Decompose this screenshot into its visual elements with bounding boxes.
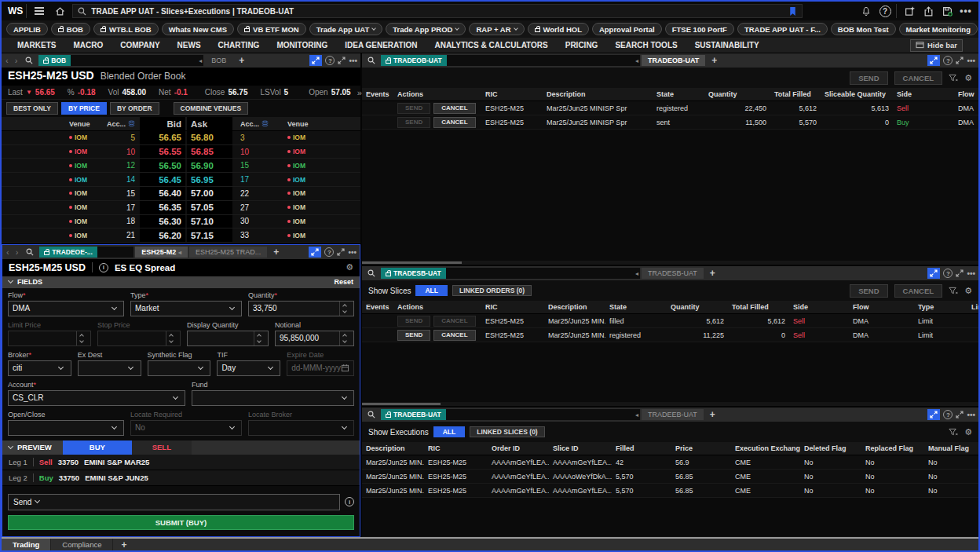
app-tab-approval-portal[interactable]: Approval Portal	[592, 23, 662, 35]
menu-item-idea-generation[interactable]: IDEA GENERATION	[345, 41, 417, 49]
depth-row[interactable]: IOM1556.4057.0022IOM	[2, 187, 360, 201]
panel-help-icon[interactable]: ?	[943, 269, 953, 278]
account-select[interactable]: CS_CLR	[8, 390, 185, 406]
col-total-filled[interactable]: Total Filled	[728, 303, 789, 311]
tab-esh25-m2[interactable]: ESH25-M2 ◂	[135, 247, 188, 258]
gear-icon[interactable]: ⚙	[964, 286, 972, 296]
col-actions[interactable]: Actions	[393, 90, 481, 98]
row-cancel-button[interactable]: CANCEL	[433, 330, 475, 341]
bid-price[interactable]: 56.40	[140, 187, 185, 200]
ex-dest-select[interactable]	[78, 360, 141, 376]
col-type[interactable]: Type	[914, 303, 967, 311]
col-sliceable-quantity[interactable]: Sliceable Quantity	[821, 90, 893, 98]
app-tab-ftse-100-portf[interactable]: FTSE 100 PortF	[665, 23, 734, 35]
nav-back-icon[interactable]: ‹	[4, 247, 12, 257]
broker-select[interactable]: citi	[8, 360, 71, 376]
row-send-button[interactable]: SEND	[397, 330, 430, 341]
ask-header[interactable]: Ask	[187, 117, 232, 130]
panel-help-icon[interactable]: ?	[324, 247, 334, 257]
col-slice-id[interactable]: Slice ID	[549, 444, 612, 452]
tab-bob[interactable]: BOB	[205, 55, 232, 66]
main-menu-button[interactable]	[31, 4, 47, 18]
depth-row[interactable]: IOM1456.4556.9517IOM	[2, 173, 360, 187]
channel-link-button[interactable]	[927, 268, 940, 279]
app-tab-world-hol[interactable]: World HOL	[528, 23, 589, 35]
venue-header[interactable]: Venue	[269, 120, 360, 128]
field-collapse-icon[interactable]: ◂	[199, 57, 202, 64]
depth-row[interactable]: IOM1256.5056.9015IOM	[2, 159, 360, 173]
menu-item-pricing[interactable]: PRICING	[565, 41, 598, 49]
app-tab-vb-etf-mon[interactable]: VB ETF MON	[237, 23, 306, 35]
info-icon[interactable]: i	[99, 263, 108, 272]
filter-icon[interactable]	[949, 74, 958, 82]
notional-stepper[interactable]: 95,850,000	[275, 331, 354, 346]
app-tab-trade-app-uat-f[interactable]: TRADE APP UAT - F...	[737, 23, 828, 35]
locate-broker-select[interactable]	[248, 420, 354, 436]
execution-row[interactable]: Mar25/Jun25 MIN... ESH25-M25 AAAAmGeYfLE…	[362, 455, 978, 470]
order-row[interactable]: SENDCANCEL ESH25-M25 Mar25/Jun25 MINISP …	[362, 115, 978, 130]
reset-button[interactable]: Reset	[334, 278, 353, 286]
add-tab-icon[interactable]: +	[707, 55, 722, 66]
expand-icon[interactable]	[338, 57, 346, 64]
ask-price[interactable]: 57.15	[187, 228, 232, 242]
panel-help-icon[interactable]: ?	[943, 410, 953, 419]
menu-item-company[interactable]: COMPANY	[120, 41, 159, 49]
linked-slices-filter-button[interactable]: LINKED SLICES (0)	[470, 426, 544, 437]
panel-help-icon[interactable]: ?	[325, 56, 335, 65]
panel-menu-icon[interactable]: •••	[348, 248, 357, 257]
horizontal-scrollbar[interactable]	[362, 402, 978, 406]
by-order-button[interactable]: BY ORDER	[110, 102, 159, 115]
channel-link-button[interactable]	[927, 55, 940, 66]
col-total-filled[interactable]: Total Filled	[770, 90, 821, 98]
field-collapse-icon[interactable]: ◂	[635, 411, 638, 419]
open-close-select[interactable]	[8, 420, 124, 436]
row-send-button[interactable]: SEND	[397, 117, 430, 128]
add-workspace-tab-icon[interactable]: +	[113, 539, 134, 550]
cancel-button[interactable]: CANCEL	[894, 284, 943, 298]
bid-price[interactable]: 56.50	[140, 159, 185, 172]
panel-search-button[interactable]	[364, 408, 379, 422]
nav-forward-icon[interactable]: ›	[13, 247, 21, 257]
menu-item-charting[interactable]: CHARTING	[218, 41, 260, 49]
preview-toggle[interactable]: PREVIEW	[2, 441, 63, 455]
channel-link-button[interactable]	[309, 55, 322, 66]
add-tab-icon[interactable]: +	[269, 247, 283, 258]
app-tab-trade-app-uat[interactable]: Trade App UAT	[309, 23, 383, 35]
panel-search-button[interactable]	[364, 53, 379, 68]
venue-header[interactable]: Venue	[69, 120, 102, 128]
slice-row[interactable]: SENDCANCEL ESH25-M25 Mar25/Jun25 MIN... …	[362, 314, 978, 328]
col-price[interactable]: Price	[671, 444, 731, 452]
type-select[interactable]: Market	[130, 301, 242, 316]
depth-row[interactable]: IOM1056.5556.8510IOM	[2, 145, 360, 159]
expand-icon[interactable]	[956, 269, 964, 277]
ask-price[interactable]: 56.80	[187, 131, 232, 144]
depth-row[interactable]: IOM1756.3557.0527IOM	[2, 201, 360, 215]
menu-item-macro[interactable]: MACRO	[73, 41, 103, 49]
stepper-icons[interactable]	[339, 331, 349, 345]
more-options-button[interactable]: •••	[958, 4, 974, 18]
combine-venues-button[interactable]: COMBINE VENUES	[174, 102, 248, 115]
ticket-settings-button[interactable]: ⚙	[346, 262, 353, 272]
col-flow[interactable]: Flow	[954, 90, 978, 98]
ask-price[interactable]: 57.05	[187, 201, 232, 214]
col-deleted-flag[interactable]: Deleted Flag	[800, 444, 861, 452]
bottom-tab-compliance[interactable]: Compliance	[51, 539, 113, 550]
gear-icon[interactable]: ⚙	[964, 427, 972, 437]
col-description[interactable]: Description	[543, 90, 653, 98]
app-tab-wtbl-bob[interactable]: WTB.L BOB	[93, 23, 159, 35]
tif-select[interactable]: Day	[217, 360, 280, 376]
fields-section-header[interactable]: FIELDS Reset	[2, 276, 360, 288]
ask-price[interactable]: 57.00	[187, 187, 232, 200]
acc-bid-header[interactable]: Acc...	[102, 120, 135, 128]
cancel-button[interactable]: CANCEL	[894, 71, 943, 85]
bid-header[interactable]: Bid	[140, 117, 185, 130]
app-tab-trade-app-prod[interactable]: Trade App PROD	[386, 23, 466, 35]
bid-price[interactable]: 56.45	[140, 173, 185, 186]
menu-item-search-tools[interactable]: SEARCH TOOLS	[615, 41, 677, 49]
col-ric[interactable]: RIC	[424, 444, 488, 452]
home-button[interactable]	[52, 4, 68, 18]
col-actions[interactable]: Actions	[393, 303, 481, 311]
depth-row[interactable]: IOM1856.3057.1030IOM	[2, 215, 360, 229]
col-events[interactable]: Events	[362, 90, 393, 98]
fund-select[interactable]	[192, 390, 354, 406]
